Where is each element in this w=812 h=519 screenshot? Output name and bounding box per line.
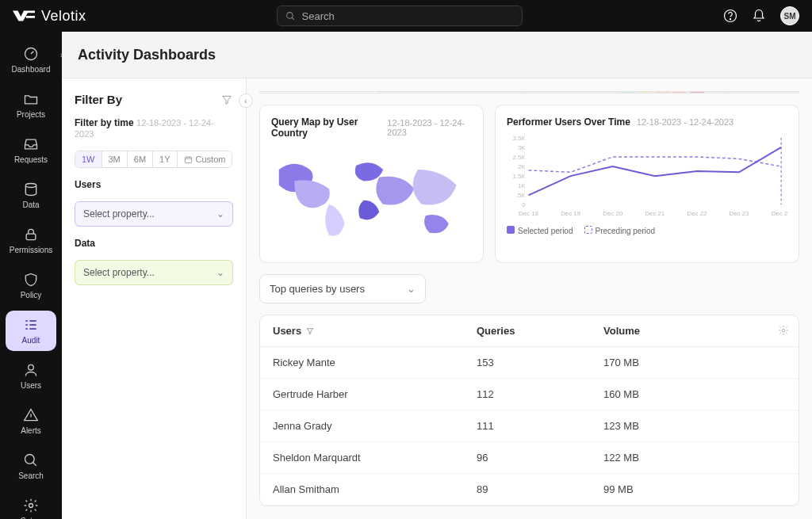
cell-volume: 99 MB: [603, 483, 786, 495]
svg-line-1: [292, 17, 294, 20]
sidebar-item-data[interactable]: Data: [6, 175, 56, 216]
topbar: Velotix Search SM: [0, 0, 812, 32]
time-btn-1y[interactable]: 1Y: [153, 151, 177, 167]
cell-volume: 122 MB: [603, 452, 786, 464]
svg-text:.5K: .5K: [516, 192, 527, 199]
sidebar-item-alerts[interactable]: Alerts: [6, 401, 56, 441]
help-icon[interactable]: [723, 9, 737, 23]
svg-point-8: [25, 455, 35, 464]
filter-data-label: Data: [75, 238, 233, 249]
top-queries-select[interactable]: Top queries by users ⌄: [259, 274, 426, 303]
classification-badges: 12345 1.8K7002015332151: [620, 91, 712, 93]
sidebar-item-label: Requests: [14, 155, 48, 164]
cell-queries: 89: [477, 483, 603, 495]
perf-card-date: 12-18-2023 - 12-24-2023: [637, 117, 733, 127]
sidebar-item-projects[interactable]: Projects: [6, 85, 56, 125]
time-btn-6m[interactable]: 6M: [128, 151, 153, 167]
funnel-icon[interactable]: [220, 93, 233, 106]
time-btn-custom[interactable]: Custom: [178, 151, 232, 167]
sidebar-item-label: Audit: [22, 336, 40, 345]
table-row[interactable]: Rickey Mante153170 MB: [260, 347, 799, 379]
sidebar-item-policy[interactable]: Policy: [6, 265, 56, 306]
filter-time-label: Filter by time: [75, 117, 134, 128]
map-card-title: Query Map by User Country: [271, 116, 381, 139]
cell-user: Allan Smitham: [273, 483, 477, 495]
tab-classification[interactable]: Classification 12345 1.8K7002015332151: [523, 92, 727, 93]
data-select[interactable]: Select property... ⌄: [75, 260, 233, 285]
gauge-icon: [23, 46, 39, 62]
sidebar-item-label: Projects: [17, 110, 45, 119]
gear-icon[interactable]: [778, 325, 789, 338]
tab-raw-data[interactable]: Raw data: [727, 92, 799, 93]
svg-text:3K: 3K: [518, 144, 526, 151]
sidebar-item-search[interactable]: Search: [6, 446, 56, 487]
user-icon: [23, 362, 39, 378]
sidebar-item-label: Policy: [21, 291, 42, 300]
sidebar-item-users[interactable]: Users: [6, 356, 56, 396]
legend-preceding: Preceding period: [596, 227, 656, 235]
bell-icon[interactable]: [752, 9, 766, 23]
svg-text:Dec 23: Dec 23: [730, 210, 750, 217]
users-select[interactable]: Select property... ⌄: [75, 201, 233, 227]
time-btn-3m[interactable]: 3M: [102, 151, 128, 167]
svg-rect-6: [26, 234, 36, 240]
col-queries[interactable]: Queries: [477, 325, 603, 337]
sidebar-item-dashboard[interactable]: Dashboard ›: [6, 40, 56, 80]
sidebar-item-label: Users: [21, 381, 41, 390]
svg-point-3: [730, 19, 730, 20]
search-icon: [285, 11, 296, 21]
avatar[interactable]: SM: [780, 6, 799, 25]
svg-rect-11: [185, 157, 191, 162]
sidebar-item-label: Alerts: [21, 426, 41, 435]
svg-text:3.5K: 3.5K: [512, 135, 526, 142]
search-input[interactable]: Search: [277, 6, 523, 26]
svg-text:2.5K: 2.5K: [512, 154, 526, 161]
line-chart: 3.5K3K2.5K2K1.5K1K.5K0Dec 18Dec 19Dec 20…: [507, 132, 787, 219]
table-row[interactable]: Gertrude Harber112160 MB: [260, 379, 799, 410]
page-title: Activity Dashboards: [62, 32, 812, 78]
svg-text:Dec 24: Dec 24: [772, 210, 787, 217]
sidebar-item-audit[interactable]: Audit: [6, 311, 56, 351]
class-badge: 4: [672, 91, 687, 93]
svg-point-0: [286, 12, 293, 18]
svg-point-7: [29, 364, 34, 370]
cell-volume: 170 MB: [603, 357, 786, 368]
alert-icon: [23, 407, 39, 423]
tab-databases[interactable]: Databases: [379, 92, 523, 93]
filter-heading: Filter By: [75, 93, 122, 106]
search-icon: [23, 452, 39, 468]
cell-queries: 111: [477, 420, 603, 432]
col-volume[interactable]: Volume: [603, 325, 786, 337]
filter-users-label: Users: [75, 179, 233, 190]
cell-volume: 123 MB: [603, 420, 786, 432]
svg-text:Dec 20: Dec 20: [603, 210, 623, 217]
chevron-right-icon: ›: [60, 51, 63, 59]
sidebar-item-setup[interactable]: Setup: [6, 491, 56, 519]
class-badge: 2: [638, 91, 652, 93]
sidebar: Dashboard › Projects Requests Data Permi…: [0, 32, 62, 519]
gear-icon: [23, 498, 39, 513]
sidebar-item-permissions[interactable]: Permissions: [6, 220, 56, 261]
cell-user: Jenna Grady: [273, 420, 477, 432]
table-row[interactable]: Jenna Grady111123 MB: [260, 410, 799, 442]
world-map-icon: [271, 145, 472, 248]
sidebar-item-requests[interactable]: Requests: [6, 130, 56, 170]
search-placeholder: Search: [302, 10, 335, 22]
time-btn-1w[interactable]: 1W: [75, 151, 102, 167]
filter-icon: [306, 327, 314, 335]
svg-point-29: [782, 329, 785, 332]
collapse-panel-button[interactable]: ‹: [239, 93, 253, 108]
svg-text:1.5K: 1.5K: [512, 173, 526, 180]
performer-users-card: Performer Users Over Time 12-18-2023 - 1…: [495, 105, 799, 263]
table-row[interactable]: Sheldon Marquardt96122 MB: [260, 442, 799, 474]
svg-text:0: 0: [522, 201, 526, 208]
svg-point-5: [25, 184, 36, 188]
chevron-down-icon: ⌄: [216, 208, 224, 219]
tab-users[interactable]: Users: [260, 92, 379, 93]
sidebar-item-label: Data: [22, 200, 39, 209]
chevron-down-icon: ⌄: [407, 283, 416, 295]
col-users[interactable]: Users: [273, 325, 477, 337]
map-card-date: 12-18-2023 - 12-24-2023: [387, 118, 472, 137]
svg-text:1K: 1K: [518, 182, 526, 189]
table-row[interactable]: Allan Smitham8999 MB: [260, 474, 799, 506]
